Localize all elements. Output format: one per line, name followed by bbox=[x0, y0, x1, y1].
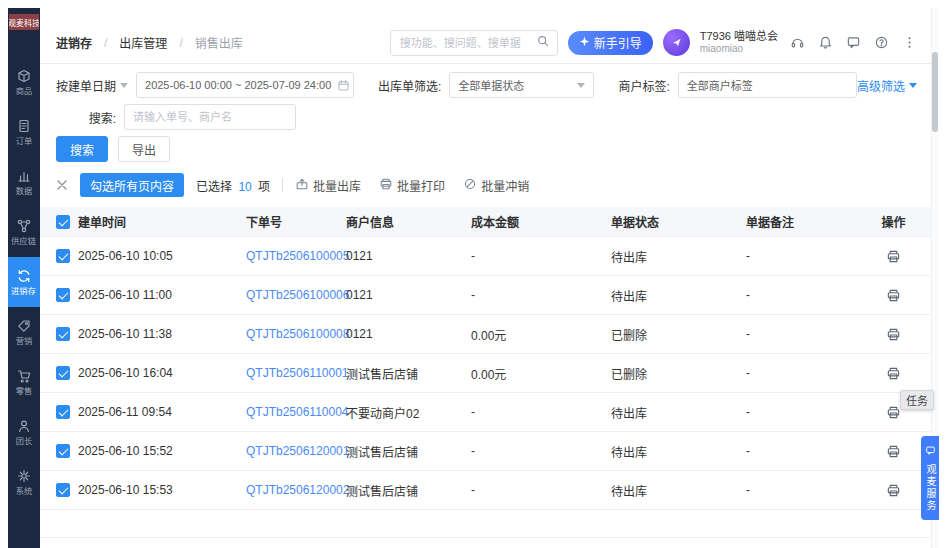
outbound-orders-table: 建单时间 下单号 商户信息 成本金额 单据状态 单据备注 操作 2025-06-… bbox=[40, 207, 939, 548]
sidebar-item-leader[interactable]: 团长 bbox=[8, 407, 40, 457]
order-no-link[interactable]: QTJTb2506120002 bbox=[246, 483, 346, 497]
order-no-link[interactable]: QTJTb2506110004 bbox=[246, 405, 346, 419]
export-button[interactable]: 导出 bbox=[118, 136, 170, 162]
select-all-pages-button[interactable]: 勾选所有页内容 bbox=[80, 173, 184, 197]
cell-status: 待出库 bbox=[611, 482, 746, 499]
scrollbar-thumb[interactable] bbox=[932, 52, 938, 132]
sidebar-item-supply-chain[interactable]: 供应链 bbox=[8, 207, 40, 257]
vertical-divider bbox=[282, 178, 283, 192]
global-search-input[interactable] bbox=[398, 36, 530, 50]
row-checkbox[interactable] bbox=[56, 366, 70, 380]
col-header-cost: 成本金额 bbox=[471, 213, 611, 230]
col-header-remark: 单据备注 bbox=[746, 213, 864, 230]
keyword-search-input[interactable] bbox=[125, 105, 295, 129]
order-no-link[interactable]: QTJTb2506100008 bbox=[246, 327, 346, 341]
more-dots-icon[interactable] bbox=[902, 35, 917, 50]
calendar-icon bbox=[337, 79, 350, 92]
table-row: 2025-06-10 10:05 QTJTb2506100005 0121 - … bbox=[40, 237, 939, 276]
newbie-guide-button[interactable]: 新手引导 bbox=[568, 31, 653, 55]
order-no-link[interactable]: QTJTb2506110001 bbox=[246, 366, 346, 380]
batch-print-button[interactable]: 批量打印 bbox=[379, 177, 445, 194]
search-button[interactable]: 搜索 bbox=[56, 136, 108, 162]
print-icon[interactable] bbox=[886, 444, 901, 459]
sidebar-item-data[interactable]: 数据 bbox=[8, 157, 40, 207]
cell-cost: - bbox=[471, 405, 611, 419]
table-row: 2025-06-10 15:52 QTJTb2506120001 测试售后店铺 … bbox=[40, 432, 939, 471]
row-checkbox[interactable] bbox=[56, 249, 70, 263]
select-all-checkbox[interactable] bbox=[56, 215, 70, 229]
status-filter-label: 出库单筛选: bbox=[378, 77, 441, 94]
col-header-actions: 操作 bbox=[881, 213, 905, 230]
sidebar-item-orders[interactable]: 订单 bbox=[8, 107, 40, 157]
batch-writeoff-button[interactable]: 批量冲销 bbox=[463, 177, 529, 194]
sidebar-item-label: 商品 bbox=[16, 87, 33, 95]
date-range-picker[interactable]: 2025-06-10 00:00 ~ 2025-07-09 24:00 bbox=[136, 72, 354, 98]
guide-button-label: 新手引导 bbox=[594, 34, 642, 51]
cell-remark: - bbox=[746, 288, 864, 302]
help-icon[interactable] bbox=[874, 35, 889, 50]
print-icon[interactable] bbox=[886, 288, 901, 303]
order-no-link[interactable]: QTJTb2506120001 bbox=[246, 444, 346, 458]
batch-writeoff-label: 批量冲销 bbox=[481, 177, 529, 194]
keyword-search-field[interactable] bbox=[124, 104, 296, 130]
sidebar-item-goods[interactable]: 商品 bbox=[8, 57, 40, 107]
merchant-tag-label: 商户标签: bbox=[618, 77, 669, 94]
user-avatar[interactable] bbox=[663, 29, 690, 56]
cell-merchant: 测试售后店铺 bbox=[346, 365, 471, 382]
service-floating-tab[interactable]: 观麦服务 bbox=[921, 436, 939, 520]
chevron-down-icon bbox=[909, 83, 917, 88]
cell-create-time: 2025-06-10 16:04 bbox=[78, 366, 246, 380]
message-bubble-icon[interactable] bbox=[846, 35, 861, 50]
row-checkbox[interactable] bbox=[56, 483, 70, 497]
notification-bell-icon[interactable] bbox=[818, 35, 833, 50]
merchant-tag-input[interactable] bbox=[679, 73, 856, 97]
cell-cost: - bbox=[471, 444, 611, 458]
breadcrumb-outbound-mgmt[interactable]: 出库管理 bbox=[119, 34, 167, 51]
row-checkbox[interactable] bbox=[56, 327, 70, 341]
print-icon[interactable] bbox=[886, 327, 901, 342]
row-checkbox[interactable] bbox=[56, 444, 70, 458]
order-no-link[interactable]: QTJTb2506100005 bbox=[246, 249, 346, 263]
table-row: 2025-06-10 11:38 QTJTb2506100008 0121 0.… bbox=[40, 315, 939, 354]
user-info[interactable]: T7936 喵喵总会 miaomiao bbox=[700, 30, 778, 55]
task-floating-tab[interactable]: 任务 bbox=[900, 390, 934, 410]
sidebar-item-retail[interactable]: 零售 bbox=[8, 357, 40, 407]
cell-create-time: 2025-06-10 11:38 bbox=[78, 327, 246, 341]
batch-outbound-button[interactable]: 批量出库 bbox=[295, 177, 361, 194]
search-icon[interactable] bbox=[536, 34, 550, 52]
print-icon[interactable] bbox=[886, 366, 901, 381]
advanced-filter-label: 高级筛选 bbox=[857, 77, 905, 94]
breadcrumb-sales-outbound: 销售出库 bbox=[195, 34, 243, 51]
row-checkbox[interactable] bbox=[56, 405, 70, 419]
service-tab-label: 观麦服务 bbox=[925, 464, 935, 512]
status-filter-select[interactable]: 全部单据状态 bbox=[449, 72, 594, 98]
print-icon[interactable] bbox=[886, 405, 901, 420]
breadcrumb-inventory[interactable]: 进销存 bbox=[56, 34, 92, 51]
batch-print-label: 批量打印 bbox=[397, 177, 445, 194]
merchant-tag-field[interactable] bbox=[678, 72, 857, 98]
print-icon[interactable] bbox=[886, 483, 901, 498]
support-headset-icon[interactable] bbox=[790, 35, 805, 50]
chevron-down-icon bbox=[577, 83, 585, 88]
cell-create-time: 2025-06-10 10:05 bbox=[78, 249, 246, 263]
sidebar-item-label: 供应链 bbox=[12, 237, 37, 245]
status-filter-value: 全部单据状态 bbox=[458, 77, 524, 93]
filter-row-1: 按建单日期 2025-06-10 00:00 ~ 2025-07-09 24:0… bbox=[56, 72, 917, 98]
order-no-link[interactable]: QTJTb2506100006 bbox=[246, 288, 346, 302]
leader-person-icon bbox=[16, 418, 32, 434]
filter-panel: 按建单日期 2025-06-10 00:00 ~ 2025-07-09 24:0… bbox=[40, 64, 939, 168]
date-range-value: 2025-06-10 00:00 ~ 2025-07-09 24:00 bbox=[145, 79, 331, 91]
sidebar-item-label: 系统 bbox=[16, 487, 33, 495]
advanced-filter-toggle[interactable]: 高级筛选 bbox=[857, 77, 917, 94]
sidebar-item-marketing[interactable]: 营销 bbox=[8, 307, 40, 357]
row-checkbox[interactable] bbox=[56, 288, 70, 302]
global-search-box[interactable] bbox=[390, 30, 558, 56]
print-icon[interactable] bbox=[886, 249, 901, 264]
date-type-label: 按建单日期 bbox=[56, 77, 116, 94]
sidebar-item-system[interactable]: 系统 bbox=[8, 457, 40, 507]
cell-merchant: 0121 bbox=[346, 249, 471, 263]
date-type-selector[interactable]: 按建单日期 bbox=[56, 77, 128, 94]
close-icon[interactable] bbox=[56, 179, 68, 191]
app-window: 观麦科技 商品 订单 数据 bbox=[8, 8, 939, 548]
sidebar-item-inventory[interactable]: 进销存 bbox=[8, 257, 40, 307]
